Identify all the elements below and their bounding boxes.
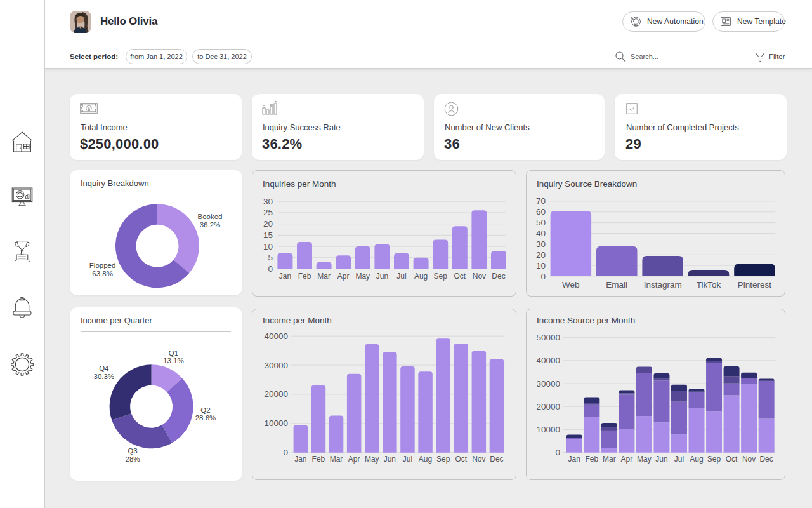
svg-text:13.1%: 13.1%	[163, 357, 184, 364]
svg-text:Mar: Mar	[317, 272, 331, 281]
svg-text:Jul: Jul	[674, 455, 684, 464]
svg-text:Inquiry Source Breakdown: Inquiry Source Breakdown	[537, 179, 637, 189]
svg-text:Income per Month: Income per Month	[263, 316, 332, 325]
svg-text:Q1: Q1	[169, 349, 178, 357]
svg-text:May: May	[355, 272, 370, 281]
svg-text:Income Source per Month: Income Source per Month	[537, 316, 635, 325]
svg-text:Nov: Nov	[472, 455, 485, 464]
svg-text:Mar: Mar	[603, 455, 616, 464]
svg-text:Jun: Jun	[384, 455, 396, 464]
svg-text:10000: 10000	[536, 425, 560, 434]
svg-text:Jul: Jul	[396, 272, 406, 281]
svg-text:Sep: Sep	[707, 455, 721, 464]
svg-text:Jul: Jul	[403, 455, 412, 464]
svg-text:20: 20	[263, 219, 273, 229]
svg-text:Web: Web	[562, 280, 580, 290]
svg-text:Flopped: Flopped	[89, 262, 116, 269]
svg-text:0: 0	[555, 448, 560, 457]
svg-text:30.3%: 30.3%	[93, 373, 114, 380]
svg-text:Instagram: Instagram	[644, 280, 682, 290]
svg-text:15: 15	[263, 231, 273, 240]
svg-text:10000: 10000	[264, 418, 288, 428]
svg-text:20000: 20000	[264, 389, 288, 399]
svg-text:Dec: Dec	[759, 455, 773, 464]
svg-text:Q3: Q3	[128, 447, 137, 455]
svg-text:Q4: Q4	[99, 364, 109, 372]
svg-text:28.6%: 28.6%	[195, 414, 216, 422]
svg-text:Q2: Q2	[200, 406, 210, 414]
svg-text:50: 50	[536, 218, 546, 227]
svg-text:30000: 30000	[264, 361, 288, 370]
svg-text:40000: 40000	[536, 356, 560, 365]
svg-text:Nov: Nov	[742, 455, 756, 464]
svg-text:Aug: Aug	[419, 455, 432, 464]
svg-text:63.8%: 63.8%	[92, 270, 113, 277]
svg-text:Sep: Sep	[436, 455, 450, 464]
svg-text:Feb: Feb	[312, 455, 325, 464]
svg-text:Jan: Jan	[294, 455, 306, 464]
svg-text:Jun: Jun	[376, 272, 388, 281]
svg-text:May: May	[365, 455, 379, 464]
svg-text:5: 5	[268, 253, 273, 262]
svg-text:May: May	[637, 455, 652, 464]
svg-text:Feb: Feb	[298, 272, 311, 281]
svg-text:Booked: Booked	[197, 213, 222, 220]
svg-text:Mar: Mar	[330, 455, 343, 464]
svg-text:Aug: Aug	[414, 272, 428, 281]
svg-text:Email: Email	[606, 280, 627, 290]
svg-text:30: 30	[263, 197, 273, 206]
svg-text:0: 0	[283, 448, 288, 457]
svg-text:28%: 28%	[125, 455, 140, 463]
svg-text:Dec: Dec	[490, 455, 503, 464]
svg-text:Jan: Jan	[568, 455, 580, 464]
svg-text:Aug: Aug	[690, 455, 703, 464]
svg-text:Jan: Jan	[279, 272, 291, 281]
svg-text:Oct: Oct	[726, 455, 738, 464]
svg-text:Dec: Dec	[492, 272, 505, 281]
svg-text:36.2%: 36.2%	[200, 221, 221, 229]
svg-text:40: 40	[536, 229, 546, 238]
svg-text:10: 10	[263, 242, 273, 251]
svg-text:Apr: Apr	[621, 455, 633, 464]
svg-text:50000: 50000	[536, 333, 560, 342]
svg-text:20000: 20000	[536, 402, 560, 411]
svg-text:20: 20	[536, 250, 546, 260]
svg-text:10: 10	[536, 261, 546, 271]
svg-text:Inquiries per Month: Inquiries per Month	[263, 179, 336, 189]
svg-text:Apr: Apr	[348, 455, 360, 464]
svg-text:Oct: Oct	[454, 272, 466, 281]
svg-text:Nov: Nov	[473, 272, 486, 281]
svg-text:25: 25	[263, 208, 273, 217]
svg-text:Apr: Apr	[337, 272, 350, 281]
svg-text:30000: 30000	[536, 379, 560, 389]
svg-text:Sep: Sep	[434, 272, 448, 281]
svg-text:Jun: Jun	[655, 455, 667, 464]
svg-text:Oct: Oct	[455, 455, 467, 464]
svg-text:30: 30	[536, 239, 546, 249]
svg-text:TikTok: TikTok	[697, 280, 721, 290]
svg-text:40000: 40000	[264, 331, 288, 341]
svg-text:70: 70	[536, 196, 546, 206]
svg-text:0: 0	[540, 272, 546, 281]
svg-text:Pinterest: Pinterest	[738, 280, 772, 290]
svg-text:0: 0	[268, 264, 273, 274]
svg-text:Feb: Feb	[585, 455, 598, 464]
svg-text:60: 60	[536, 207, 546, 217]
